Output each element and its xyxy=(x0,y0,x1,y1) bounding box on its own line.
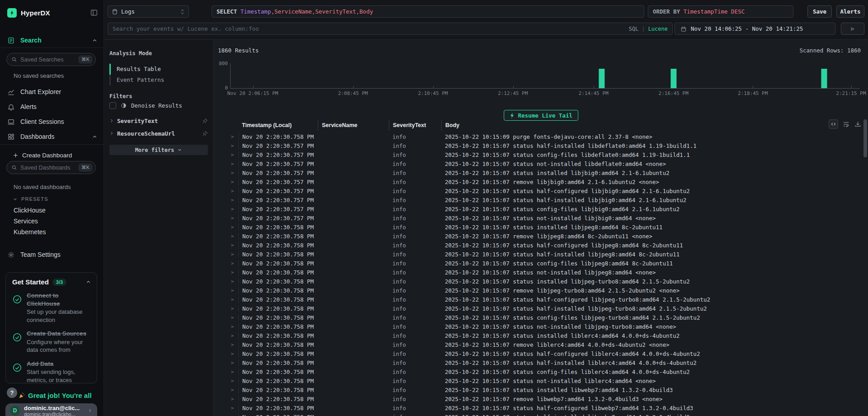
select-columns-input[interactable]: SELECT Timestamp,ServiceName,SeverityTex… xyxy=(212,5,644,18)
sidebar-item-kubernetes[interactable]: Kubernetes xyxy=(14,228,46,236)
cell-timestamp: Nov 20 2:20:30.758 PM xyxy=(238,369,318,375)
table-row[interactable]: >Nov 20 2:20:30.758 PMinfo2025-10-22 10:… xyxy=(214,367,868,376)
table-row[interactable]: >Nov 20 2:20:30.758 PMinfo2025-10-22 10:… xyxy=(214,132,868,141)
orderby-input[interactable]: ORDER BY TimestampTime DESC xyxy=(648,5,793,18)
table-row[interactable]: >Nov 20 2:20:30.757 PMinfo2025-10-22 10:… xyxy=(214,195,868,204)
user-profile-chip[interactable]: D dominic.tran@clic... dominic.tran@clic… xyxy=(5,403,97,416)
table-row[interactable]: >Nov 20 2:20:30.758 PMinfo2025-10-22 10:… xyxy=(214,340,868,349)
table-row[interactable]: >Nov 20 2:20:30.758 PMinfo2025-10-22 10:… xyxy=(214,286,868,295)
column-header-servicename[interactable]: ServiceName xyxy=(318,120,389,130)
table-row[interactable]: >Nov 20 2:20:30.758 PMinfo2025-10-22 10:… xyxy=(214,241,868,250)
sidebar-item-client-sessions[interactable]: Client Sessions xyxy=(0,116,104,128)
event-search-input[interactable] xyxy=(113,25,629,32)
checkbox-icon[interactable] xyxy=(109,102,116,109)
chevron-updown-icon xyxy=(180,9,185,15)
sidebar-item-team-settings[interactable]: Team Settings xyxy=(0,249,104,260)
table-row[interactable]: >Nov 20 2:20:30.758 PMinfo2025-10-22 10:… xyxy=(214,313,868,322)
saved-dashboards-input[interactable] xyxy=(20,164,79,171)
expand-chevron-icon: > xyxy=(226,242,238,248)
table-row[interactable]: >Nov 20 2:20:30.758 PMinfo2025-10-22 10:… xyxy=(214,304,868,313)
table-row[interactable]: >Nov 20 2:20:30.758 PMinfo2025-10-22 10:… xyxy=(214,349,868,358)
table-row[interactable]: >Nov 20 2:20:30.757 PMinfo2025-10-22 10:… xyxy=(214,204,868,213)
sidebar-item-chart-explorer[interactable]: Chart Explorer xyxy=(0,86,104,98)
chevron-up-icon[interactable] xyxy=(92,38,98,43)
table-row[interactable]: >Nov 20 2:20:30.757 PMinfo2025-10-22 10:… xyxy=(214,213,868,222)
column-header-body[interactable]: Body xyxy=(441,120,850,130)
saved-searches-search[interactable]: ⌘K xyxy=(6,53,96,66)
save-button[interactable]: Save xyxy=(807,5,832,18)
table-row[interactable]: >Nov 20 2:20:30.758 PMinfo2025-10-22 10:… xyxy=(214,394,868,403)
resume-live-tail-button[interactable]: Resume Live Tail xyxy=(504,110,578,121)
event-search-bar[interactable]: SQL | Lucene xyxy=(108,23,673,35)
table-row[interactable]: >Nov 20 2:20:30.757 PMinfo2025-10-22 10:… xyxy=(214,159,868,168)
date-range-picker[interactable]: Nov 20 14:06:25 - Nov 20 14:21:25 xyxy=(675,23,835,35)
chevron-up-icon[interactable] xyxy=(85,279,91,285)
table-row[interactable]: >Nov 20 2:20:30.757 PMinfo2025-10-22 10:… xyxy=(214,177,868,186)
sidebar-item-search[interactable]: Search xyxy=(0,34,104,46)
pin-icon[interactable] xyxy=(202,118,208,124)
chevron-up-icon[interactable] xyxy=(92,134,98,140)
chart-bar[interactable] xyxy=(599,69,605,88)
column-header-timestamp[interactable]: Timestamp (Local) xyxy=(238,120,318,130)
saved-searches-input[interactable] xyxy=(20,56,79,63)
download-icon[interactable] xyxy=(854,120,862,128)
filter-group-resourceschemaurl[interactable]: ResourceSchemaUrl xyxy=(109,128,208,138)
alerts-button[interactable]: Alerts xyxy=(836,5,864,18)
sidebar-item-clickhouse[interactable]: ClickHouse xyxy=(14,207,46,214)
chart-bar[interactable] xyxy=(670,69,676,88)
cell-severity: info xyxy=(389,341,441,348)
sidebar-item-services[interactable]: Services xyxy=(14,217,38,225)
no-saved-searches-note: No saved searches xyxy=(14,72,64,79)
table-row[interactable]: >Nov 20 2:20:30.758 PMinfo2025-10-22 10:… xyxy=(214,232,868,241)
presets-toggle[interactable]: PRESETS xyxy=(13,196,48,202)
mode-results-table[interactable]: Results Table xyxy=(109,64,209,75)
lucene-mode-button[interactable]: Lucene xyxy=(648,26,668,32)
sql-mode-button[interactable]: SQL xyxy=(629,26,639,32)
source-select[interactable]: Logs xyxy=(108,5,189,18)
chart-bar[interactable] xyxy=(821,69,827,88)
column-header-severitytext[interactable]: SeverityText xyxy=(389,120,441,130)
sidebar-item-dashboards[interactable]: Dashboards xyxy=(0,131,104,142)
table-row[interactable]: >Nov 20 2:20:30.758 PMinfo2025-10-22 10:… xyxy=(214,385,868,394)
cell-body: 2025-10-22 10:15:07 status not-installed… xyxy=(441,161,868,167)
table-row[interactable]: >Nov 20 2:20:30.758 PMinfo2025-10-22 10:… xyxy=(214,295,868,304)
cell-severity: info xyxy=(389,296,441,303)
cell-timestamp: Nov 20 2:20:30.758 PM xyxy=(238,378,318,384)
cell-timestamp: Nov 20 2:20:30.758 PM xyxy=(238,396,318,402)
table-row[interactable]: >Nov 20 2:20:30.758 PMinfo2025-10-22 10:… xyxy=(214,376,868,385)
table-row[interactable]: >Nov 20 2:20:30.757 PMinfo2025-10-22 10:… xyxy=(214,168,868,177)
table-row[interactable]: >Nov 20 2:20:30.758 PMinfo2025-10-22 10:… xyxy=(214,358,868,367)
table-row[interactable]: >Nov 20 2:20:30.758 PMinfo2025-10-22 10:… xyxy=(214,322,868,331)
expand-chevron-icon: > xyxy=(226,414,238,416)
table-row[interactable]: >Nov 20 2:20:30.758 PMinfo2025-10-22 10:… xyxy=(214,259,868,268)
table-row[interactable]: >Nov 20 2:20:30.758 PMinfo2025-10-22 10:… xyxy=(214,331,868,340)
more-filters-button[interactable]: More filters xyxy=(109,145,208,155)
mode-event-patterns[interactable]: Event Patterns xyxy=(109,75,209,85)
create-dashboard-button[interactable]: Create Dashboard xyxy=(0,149,104,161)
table-row[interactable]: >Nov 20 2:20:30.758 PMinfo2025-10-22 10:… xyxy=(214,268,868,277)
denoise-results-toggle[interactable]: Denoise Results xyxy=(109,102,182,109)
sidebar-item-alerts[interactable]: Alerts xyxy=(0,101,104,113)
table-row[interactable]: >Nov 20 2:20:30.758 PMinfo2025-10-22 10:… xyxy=(214,403,868,412)
cell-timestamp: Nov 20 2:20:30.758 PM xyxy=(238,323,318,330)
table-row[interactable]: >Nov 20 2:20:30.758 PMinfo2025-10-22 10:… xyxy=(214,250,868,259)
pin-icon[interactable] xyxy=(202,131,208,137)
table-row[interactable]: >Nov 20 2:20:30.758 PMinfo2025-10-22 10:… xyxy=(214,277,868,286)
table-row[interactable]: >Nov 20 2:20:30.758 PMinfo2025-10-22 10:… xyxy=(214,412,868,416)
cell-severity: info xyxy=(389,332,441,339)
get-started-item[interactable]: Create Data Sources Configure where your… xyxy=(12,330,91,354)
sidebar-collapse-icon[interactable] xyxy=(90,9,98,17)
table-row[interactable]: >Nov 20 2:20:30.757 PMinfo2025-10-22 10:… xyxy=(214,141,868,150)
table-row[interactable]: >Nov 20 2:20:30.757 PMinfo2025-10-22 10:… xyxy=(214,186,868,195)
get-started-item[interactable]: Add Data Start sending logs, metrics, or… xyxy=(12,360,91,384)
filter-group-label: SeverityText xyxy=(117,118,158,124)
saved-dashboards-search[interactable]: ⌘K xyxy=(6,161,96,174)
table-row[interactable]: >Nov 20 2:20:30.757 PMinfo2025-10-22 10:… xyxy=(214,150,868,159)
get-started-item[interactable]: Connect to ClickHouse Set up your databa… xyxy=(12,292,91,324)
table-row[interactable]: >Nov 20 2:20:30.758 PMinfo2025-10-22 10:… xyxy=(214,222,868,232)
topbar: Logs SELECT Timestamp,ServiceName,Severi… xyxy=(104,0,868,40)
cell-timestamp: Nov 20 2:20:30.757 PM xyxy=(238,215,318,222)
filter-group-severitytext[interactable]: SeverityText xyxy=(109,116,208,126)
help-button[interactable]: ? xyxy=(7,388,17,398)
run-query-button[interactable]: ▷ xyxy=(841,23,864,35)
